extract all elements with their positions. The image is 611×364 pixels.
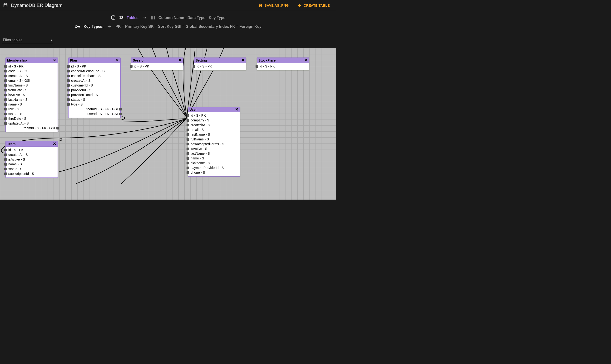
column-row[interactable]: id - S - PK [189,113,238,118]
port-icon[interactable] [187,114,189,117]
port-icon[interactable] [67,103,70,106]
table-node-setting[interactable]: Setting✕id - S - PK [194,57,246,70]
close-icon[interactable]: ✕ [53,142,56,146]
column-row[interactable]: email - S [189,127,238,132]
port-icon[interactable] [193,65,195,68]
table-header[interactable]: Session✕ [131,58,183,63]
port-icon[interactable] [119,108,122,110]
port-icon[interactable] [187,157,189,160]
port-icon[interactable] [4,172,7,175]
port-icon[interactable] [67,75,70,77]
column-row[interactable]: customerId - S [70,83,119,88]
table-node-session[interactable]: Session✕id - S - PK [131,57,183,70]
port-icon[interactable] [4,98,7,101]
column-row[interactable]: phone - S [189,170,238,175]
close-icon[interactable]: ✕ [116,58,119,62]
column-row[interactable]: isActive - S [7,92,56,97]
port-icon[interactable] [67,65,70,68]
column-row[interactable]: createdAt - S [7,152,56,157]
port-icon[interactable] [4,158,7,161]
port-icon[interactable] [4,149,7,151]
table-header[interactable]: Team✕ [6,141,57,147]
port-icon[interactable] [187,143,189,145]
table-header[interactable]: Setting✕ [194,58,246,63]
port-icon[interactable] [4,108,7,110]
column-row[interactable]: providerId - S [70,88,119,92]
port-icon[interactable] [187,148,189,150]
close-icon[interactable]: ✕ [179,58,182,62]
port-icon[interactable] [187,152,189,155]
port-icon[interactable] [256,65,258,68]
port-icon[interactable] [4,163,7,166]
close-icon[interactable]: ✕ [241,58,245,62]
column-row[interactable]: teamId - S - FK - GSI [7,126,56,130]
column-row[interactable]: firstName - S [189,132,238,137]
column-row[interactable]: isActive - S [7,157,56,162]
column-row[interactable]: createdAt - S [70,78,119,83]
column-row[interactable]: status - S [7,111,56,116]
table-node-user[interactable]: User✕id - S - PKcompany - ScreatedAt - S… [188,107,240,177]
table-node-team[interactable]: Team✕id - S - PKcreatedAt - SisActive - … [5,141,58,178]
table-node-stockprice[interactable]: StockPrice✕id - S - PK [257,57,309,70]
port-icon[interactable] [56,127,59,130]
port-icon[interactable] [187,167,189,169]
port-icon[interactable] [187,129,189,131]
port-icon[interactable] [187,138,189,141]
column-row[interactable]: lastName - S [7,97,56,102]
table-node-plan[interactable]: Plan✕id - S - PKcancelAtPeriodEnd - Scan… [68,57,121,118]
column-row[interactable]: name - S [189,156,238,161]
port-icon[interactable] [67,84,70,87]
port-icon[interactable] [4,103,7,106]
port-icon[interactable] [4,117,7,120]
port-icon[interactable] [67,79,70,82]
port-icon[interactable] [4,84,7,87]
column-row[interactable]: id - S - PK [258,64,307,69]
port-icon[interactable] [4,94,7,96]
column-row[interactable]: fromDate - S [7,88,56,92]
column-row[interactable]: providerPlanId - S [70,92,119,97]
column-row[interactable]: userId - S - FK - GSI [70,111,119,116]
table-header[interactable]: StockPrice✕ [257,58,309,63]
port-icon[interactable] [187,133,189,136]
column-row[interactable]: code - S - GSI [7,69,56,73]
port-icon[interactable] [67,70,70,72]
column-row[interactable]: role - S [7,107,56,111]
column-row[interactable]: updatedAt - S [7,121,56,126]
table-node-membership[interactable]: Membership✕id - S - PKcode - S - GSIcrea… [5,57,58,132]
column-row[interactable]: status - S [7,167,56,171]
port-icon[interactable] [130,65,133,68]
port-icon[interactable] [4,70,7,72]
column-row[interactable]: cancelFeedback - S [70,73,119,78]
port-icon[interactable] [67,89,70,91]
port-icon[interactable] [67,98,70,101]
table-header[interactable]: Membership✕ [6,58,57,63]
column-row[interactable]: name - S [7,162,56,167]
column-row[interactable]: createdAt - S [7,73,56,78]
column-row[interactable]: id - S - PK [133,64,182,69]
column-row[interactable]: firstName - S [7,83,56,88]
port-icon[interactable] [4,122,7,125]
close-icon[interactable]: ✕ [304,58,307,62]
save-png-button[interactable]: SAVE AS .PNG [255,1,292,10]
column-row[interactable]: nickname - S [189,161,238,165]
column-row[interactable]: company - S [189,118,238,123]
port-icon[interactable] [4,65,7,68]
filter-tables-select[interactable]: Filter tables ▼ [2,37,53,44]
port-icon[interactable] [4,75,7,77]
column-row[interactable]: id - S - PK [195,64,245,69]
column-row[interactable]: email - S - GSI [7,78,56,83]
column-row[interactable]: cancelAtPeriodEnd - S [70,69,119,73]
column-row[interactable]: id - S - PK [7,148,56,152]
column-row[interactable]: hasAcceptedTerms - S [189,142,238,146]
table-header[interactable]: Plan✕ [69,58,120,63]
port-icon[interactable] [4,89,7,91]
column-row[interactable]: name - S [7,102,56,107]
column-row[interactable]: paymentProviderId - S [189,165,238,170]
port-icon[interactable] [4,154,7,156]
diagram-canvas[interactable]: Membership✕id - S - PKcode - S - GSIcrea… [0,48,336,200]
column-row[interactable]: isActive - S [189,146,238,151]
close-icon[interactable]: ✕ [235,107,238,111]
column-row[interactable]: id - S - PK [7,64,56,69]
column-row[interactable]: teamId - S - FK - GSI [70,107,119,111]
table-header[interactable]: User✕ [188,107,240,112]
